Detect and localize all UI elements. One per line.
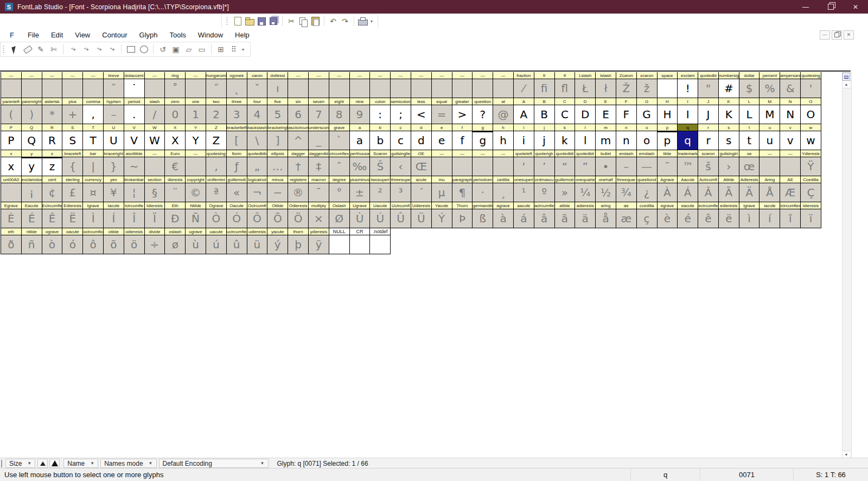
glyph-cell[interactable]: … [267, 157, 288, 176]
glyph-cell[interactable]: ! [678, 79, 698, 98]
glyph-cell[interactable]: – [104, 105, 124, 124]
glyph-cell[interactable]: ﬂ [555, 79, 576, 98]
glyph-cell[interactable]: ƒ [227, 157, 247, 176]
glyph-cell[interactable]: 7 [309, 105, 329, 124]
glyph-cell[interactable]: ¾ [616, 183, 637, 202]
glyph-cell[interactable]: ð [1, 235, 22, 254]
pencil-tool-icon[interactable]: ✎ [34, 43, 47, 55]
glyph-cell[interactable]: ¦ [124, 183, 145, 202]
glyph-cell[interactable]: ä [575, 209, 596, 228]
glyph-cell[interactable]: ö [124, 235, 145, 254]
caption-mode-dropdown[interactable]: Name ▼ [63, 459, 98, 468]
glyph-cell[interactable]: Â [698, 183, 719, 202]
glyph-cell[interactable]: ˘ [104, 79, 124, 98]
glyph-cell[interactable]: – [616, 157, 637, 176]
glyph-cell[interactable]: A [514, 105, 534, 124]
glyph-cell[interactable]: ` [329, 131, 350, 150]
glyph-cell[interactable]: Q [22, 131, 42, 150]
glyph-cell[interactable] [83, 79, 104, 98]
glyph-cell[interactable]: ˆ [329, 157, 350, 176]
vertical-scrollbar[interactable]: ▤ ▲ ▼ [842, 72, 852, 459]
menu-item-edit[interactable]: Edit [45, 29, 69, 41]
glyph-cell[interactable]: î [780, 209, 801, 228]
glyph-cell[interactable]: Ü [411, 209, 432, 228]
glyph-cell[interactable]: › [719, 157, 739, 176]
glyph-cell[interactable]: ÿ [309, 235, 329, 254]
glyph-cell[interactable]: m [596, 131, 616, 150]
glyph-cell[interactable] [186, 157, 206, 176]
glyph-cell[interactable]: f [452, 131, 473, 150]
menu-item-file[interactable]: File [22, 29, 45, 41]
glyph-cell[interactable]: 5 [267, 105, 288, 124]
glyph-cell[interactable]: þ [288, 235, 309, 254]
glyph-cell[interactable]: U [104, 131, 124, 150]
glyph-cell[interactable]: \ [247, 131, 268, 150]
toolbar-grip[interactable] [3, 45, 4, 54]
glyph-cell[interactable] [22, 79, 42, 98]
glyph-cell[interactable]: ß [473, 209, 493, 228]
glyph-cell[interactable]: Î [124, 209, 145, 228]
glyph-cell[interactable]: Š [370, 157, 391, 176]
add-corner-tool-icon[interactable]: ⁺+ [79, 43, 92, 55]
glyph-cell[interactable] [493, 157, 514, 176]
glyph-cell[interactable]: ] [267, 131, 288, 150]
glyph-cell[interactable]: Õ [267, 209, 288, 228]
scroll-up-button[interactable]: ▲ [843, 81, 850, 88]
glyph-cell[interactable]: ¶ [452, 183, 473, 202]
glyph-cell[interactable]: − [267, 183, 288, 202]
glyph-cell[interactable] [452, 79, 473, 98]
glyph-cell[interactable]: ó [62, 235, 83, 254]
glyph-cell[interactable]: œ [739, 157, 760, 176]
menu-item-window[interactable]: Window [192, 29, 229, 41]
glyph-cell[interactable]: ì [739, 209, 760, 228]
glyph-cell[interactable]: } [104, 157, 124, 176]
glyph-cell[interactable]: u [760, 131, 780, 150]
glyph-cell[interactable]: £ [62, 183, 83, 202]
glyph-cell[interactable]: ‚ [206, 157, 227, 176]
glyph-cell[interactable]: Ë [62, 209, 83, 228]
glyph-cell[interactable]: § [145, 183, 165, 202]
glyph-cell[interactable]: ˝ [206, 79, 227, 98]
menu-item-view[interactable]: View [69, 29, 96, 41]
print-icon[interactable] [357, 16, 369, 27]
glyph-cell[interactable]: ” [575, 157, 596, 176]
glyph-cell[interactable] [350, 235, 371, 254]
glyph-cell[interactable]: j [534, 131, 555, 150]
glyph-cell[interactable]: Ù [350, 209, 371, 228]
open-folder-icon[interactable] [244, 16, 256, 27]
toolbar-grip[interactable] [226, 17, 228, 25]
glyph-cell[interactable] [370, 79, 391, 98]
glyph-cell[interactable]: w [801, 131, 821, 150]
glyph-cell[interactable]: × [309, 209, 329, 228]
glyph-cell[interactable] [145, 79, 165, 98]
glyph-cell[interactable]: 2 [206, 105, 227, 124]
glyph-cell[interactable] [350, 79, 371, 98]
glyph-cell[interactable]: ˚ [165, 79, 186, 98]
glyph-cell[interactable]: p [658, 131, 678, 150]
eraser-tool-icon[interactable] [21, 43, 34, 55]
undo-icon[interactable]: ↶ [327, 16, 339, 27]
save-all-icon[interactable] [267, 16, 279, 27]
add-tangent-tool-icon[interactable]: ⁺+ [105, 43, 118, 55]
glyph-cell[interactable]: • [596, 157, 616, 176]
glyph-cell[interactable]: ł [596, 79, 616, 98]
glyph-cell[interactable]: ¼ [575, 183, 596, 202]
cut-icon[interactable]: ✂ [285, 16, 297, 27]
glyph-cell[interactable]: à [493, 209, 514, 228]
glyph-cell[interactable]: ã [555, 209, 576, 228]
glyph-cell[interactable]: š [698, 157, 719, 176]
glyph-cell[interactable]: „ [247, 157, 268, 176]
glyph-cell[interactable]: ® [288, 183, 309, 202]
glyph-cell[interactable]: R [42, 131, 63, 150]
glyph-cell[interactable]: ™ [678, 157, 698, 176]
glyph-cell[interactable]: “ [555, 157, 576, 176]
glyph-cell[interactable]: ¸ [493, 183, 514, 202]
glyph-cell[interactable]: o [637, 131, 658, 150]
mdi-restore-button[interactable] [832, 30, 842, 40]
small-cells-button[interactable] [37, 459, 48, 468]
glyph-cell[interactable]: C [555, 105, 576, 124]
glyph-cell[interactable]: I [678, 105, 698, 124]
add-curve-tool-icon[interactable]: ⁺+ [92, 43, 105, 55]
glyph-cell[interactable]: n [616, 131, 637, 150]
glyph-cell[interactable]: > [452, 105, 473, 124]
